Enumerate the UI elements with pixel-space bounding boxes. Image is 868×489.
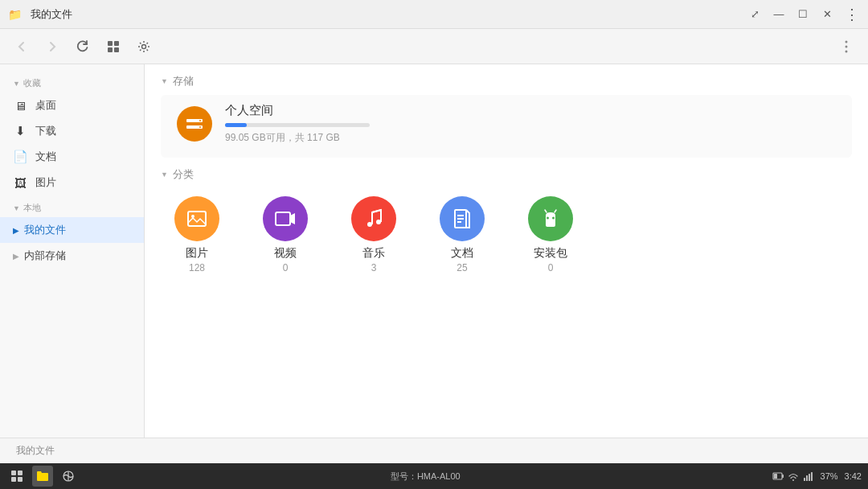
svg-rect-0: [108, 41, 113, 46]
taskbar-grid-icon[interactable]: [6, 466, 27, 487]
wifi-icon: [788, 471, 799, 482]
category-apk[interactable]: 安装包 0: [514, 196, 587, 273]
storage-info: 个人空间 99.05 GB可用，共 117 GB: [225, 103, 836, 145]
storage-bar-fill: [225, 123, 247, 127]
favorites-section-title: 收藏: [0, 71, 144, 92]
minimize-button[interactable]: —: [768, 4, 789, 25]
apk-category-icon: [528, 196, 573, 241]
category-music[interactable]: 音乐 3: [338, 196, 410, 273]
more-options-icon[interactable]: ⋮: [841, 4, 862, 25]
sidebar-item-downloads[interactable]: ⬇ 下载: [0, 118, 144, 144]
maximize-button[interactable]: ☐: [792, 4, 813, 25]
close-button[interactable]: ✕: [817, 4, 837, 25]
documents-category-name: 文档: [451, 246, 473, 261]
sidebar-item-pictures-label: 图片: [35, 175, 56, 190]
sidebar: 收藏 🖥 桌面 ⬇ 下载 📄 文档 🖼 图片 本地 ▶ 我的文件 ▶ 内部存储: [0, 64, 145, 438]
category-videos[interactable]: 视频 0: [249, 196, 321, 273]
taskbar-folder-icon[interactable]: [32, 466, 53, 487]
svg-point-10: [199, 120, 201, 121]
sidebar-item-myfiles[interactable]: ▶ 我的文件: [0, 217, 144, 243]
file-manager-icon: 📁: [6, 6, 23, 23]
window-controls: ⤢ — ☐ ✕ ⋮: [744, 4, 862, 25]
svg-rect-12: [188, 212, 206, 226]
expand-button[interactable]: ⤢: [744, 4, 765, 25]
apk-category-count: 0: [548, 262, 554, 273]
svg-rect-1: [114, 41, 119, 46]
svg-point-22: [552, 217, 555, 220]
downloads-icon: ⬇: [13, 124, 27, 138]
storage-card[interactable]: 个人空间 99.05 GB可用，共 117 GB: [161, 95, 852, 158]
taskbar-right: 37% 3:42: [772, 471, 862, 482]
settings-button[interactable]: [132, 35, 156, 59]
sidebar-item-myfiles-label: 我的文件: [24, 223, 66, 237]
svg-rect-24: [18, 471, 23, 475]
content-area: 存储 个人空间 99.05 GB可用，共 117 GB 分类: [145, 64, 868, 438]
title-bar-left: 📁 我的文件: [6, 6, 72, 23]
storage-name: 个人空间: [225, 103, 836, 118]
more-toolbar-button[interactable]: [834, 35, 858, 59]
videos-category-count: 0: [283, 262, 289, 273]
svg-rect-34: [806, 475, 808, 481]
svg-point-32: [792, 479, 794, 481]
taskbar-clock: 37%: [821, 471, 838, 481]
svg-point-7: [845, 50, 848, 52]
sidebar-item-documents[interactable]: 📄 文档: [0, 144, 144, 170]
category-section-header: 分类: [145, 158, 868, 188]
svg-point-21: [547, 217, 549, 220]
documents-category-count: 25: [457, 262, 467, 273]
category-pictures[interactable]: 图片 128: [161, 196, 233, 273]
view-mode-button[interactable]: [101, 35, 125, 59]
svg-rect-35: [809, 474, 810, 481]
sidebar-item-desktop-label: 桌面: [35, 98, 56, 113]
pictures-category-count: 128: [189, 262, 205, 273]
taskbar-left: [6, 466, 79, 487]
svg-rect-26: [18, 477, 23, 482]
sidebar-item-documents-label: 文档: [35, 150, 56, 164]
videos-category-name: 视频: [274, 246, 297, 261]
storage-available-text: 99.05 GB可用，共 117 GB: [225, 131, 836, 145]
svg-rect-30: [774, 474, 777, 479]
storage-icon: [177, 106, 212, 142]
signal-icon: [803, 471, 814, 482]
svg-rect-33: [804, 478, 805, 481]
svg-point-6: [845, 45, 848, 47]
category-documents[interactable]: 文档 25: [426, 196, 498, 273]
storage-section-title: 存储: [173, 74, 194, 88]
sidebar-item-internal[interactable]: ▶ 内部存储: [0, 243, 144, 269]
svg-rect-2: [108, 47, 113, 52]
sidebar-item-desktop[interactable]: 🖥 桌面: [0, 92, 144, 118]
local-section-title: 本地: [0, 195, 144, 217]
storage-section-header: 存储: [145, 64, 868, 95]
back-button[interactable]: [10, 35, 34, 59]
system-tray: [772, 471, 814, 482]
myfiles-arrow-icon: ▶: [13, 226, 19, 235]
battery-icon: [772, 471, 784, 482]
sidebar-item-pictures[interactable]: 🖼 图片: [0, 170, 144, 195]
sidebar-item-internal-label: 内部存储: [24, 249, 66, 263]
taskbar-device-model: 型号：HMA-AL00: [391, 471, 461, 483]
storage-bar-background: [225, 123, 370, 127]
taskbar-time: 3:42: [845, 471, 862, 481]
refresh-button[interactable]: [71, 35, 95, 59]
status-bar-text: 我的文件: [16, 444, 55, 458]
window-title: 我的文件: [31, 7, 72, 22]
pictures-sidebar-icon: 🖼: [13, 175, 27, 190]
desktop-icon: 🖥: [13, 98, 27, 113]
svg-rect-3: [114, 47, 119, 52]
categories-grid: 图片 128 视频 0 音乐 3 文档: [145, 188, 868, 290]
taskbar-browser-icon[interactable]: [58, 466, 79, 487]
svg-point-4: [142, 44, 146, 48]
svg-rect-31: [782, 475, 784, 478]
music-category-name: 音乐: [362, 246, 385, 261]
pictures-category-name: 图片: [186, 246, 208, 261]
forward-button[interactable]: [40, 35, 64, 59]
svg-rect-36: [811, 472, 813, 481]
category-section-title: 分类: [173, 167, 194, 182]
title-bar: 📁 我的文件 ⤢ — ☐ ✕ ⋮: [0, 0, 868, 29]
apk-category-name: 安装包: [534, 246, 567, 261]
svg-point-5: [845, 40, 848, 43]
documents-icon: 📄: [13, 150, 27, 164]
music-category-count: 3: [371, 262, 377, 273]
status-bar: 我的文件: [0, 438, 868, 463]
toolbar: [0, 29, 868, 64]
